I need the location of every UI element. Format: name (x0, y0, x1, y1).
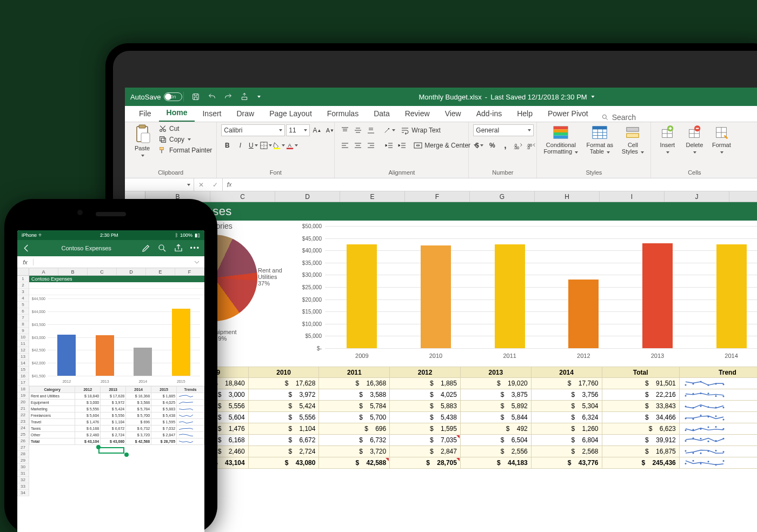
column-header[interactable]: B (58, 268, 88, 275)
format-painter-button[interactable]: Format Painter (158, 146, 212, 155)
touch-mode-icon[interactable] (240, 92, 249, 101)
tab-file[interactable]: File (131, 106, 159, 122)
number-format-select[interactable]: General (473, 124, 534, 136)
name-box[interactable] (125, 178, 194, 191)
cell-styles-button[interactable]: Cell Styles (619, 124, 646, 155)
conditional-formatting-button[interactable]: Conditional Formatting (541, 124, 580, 155)
phone-fx-expand-icon[interactable] (189, 259, 204, 265)
fx-label[interactable]: fx (223, 178, 236, 191)
fill-color-button[interactable] (273, 139, 285, 151)
column-header[interactable]: J (665, 191, 729, 202)
tab-help[interactable]: Help (509, 106, 540, 122)
phone-doc-title[interactable]: Contoso Expenses (62, 245, 111, 251)
expenses-table[interactable]: 200920102011201220132014TotalTrendUtilit… (125, 367, 757, 469)
increase-decimal-icon[interactable]: .0.00 (512, 139, 524, 151)
insert-cells-button[interactable]: Insert (655, 124, 679, 155)
phone-expenses-table[interactable]: Category2012201320142015TrendsRent and U… (29, 386, 204, 445)
borders-button[interactable] (260, 139, 272, 151)
merge-center-button[interactable]: Merge & Center (414, 141, 477, 150)
share-icon[interactable] (174, 243, 183, 253)
bar[interactable] (347, 244, 377, 348)
decrease-indent-icon[interactable] (383, 139, 395, 151)
search-icon[interactable] (157, 243, 167, 253)
worksheet[interactable]: Contoso Expenses Categories Other7% Taxe… (125, 202, 757, 469)
paste-button[interactable]: Paste (129, 124, 155, 158)
formula-input[interactable] (236, 178, 757, 191)
bar[interactable] (421, 245, 451, 348)
tell-me-search[interactable]: Search (601, 113, 636, 122)
copy-button[interactable]: Copy (158, 135, 212, 144)
column-header[interactable]: F (405, 191, 470, 202)
align-left-icon[interactable] (339, 139, 351, 151)
column-header[interactable]: D (117, 268, 146, 275)
autosave-toggle[interactable]: AutoSave On (130, 92, 176, 101)
format-as-table-button[interactable]: Format as Table (583, 124, 616, 155)
phone-sheet-title[interactable]: Contoso Expenses (29, 276, 204, 282)
align-right-icon[interactable] (365, 139, 377, 151)
bold-button[interactable]: B (221, 139, 233, 151)
decrease-decimal-icon[interactable]: .00.0 (525, 139, 537, 151)
accounting-format-icon[interactable]: $ (473, 139, 485, 151)
format-cells-button[interactable]: Format (709, 124, 733, 155)
bar-chart[interactable]: $-$5,000$10,000$15,000$20,000$25,000$30,… (303, 221, 757, 367)
tab-add-ins[interactable]: Add-ins (469, 106, 509, 122)
decrease-font-icon[interactable]: A▼ (324, 124, 336, 136)
bar[interactable] (642, 243, 673, 348)
back-icon[interactable] (22, 243, 31, 253)
column-header[interactable]: G (470, 191, 535, 202)
align-center-icon[interactable] (352, 139, 364, 151)
undo-icon[interactable] (208, 92, 216, 101)
tab-insert[interactable]: Insert (195, 106, 229, 122)
cut-button[interactable]: Cut (158, 124, 212, 133)
bar[interactable] (568, 280, 599, 348)
column-header[interactable]: A (29, 268, 58, 275)
autosave-switch[interactable] (164, 92, 182, 101)
tab-draw[interactable]: Draw (229, 106, 262, 122)
font-size-select[interactable]: 11 (286, 124, 310, 136)
sheet-title-cell[interactable]: Contoso Expenses (125, 202, 757, 221)
comma-format-icon[interactable]: , (499, 139, 511, 151)
percent-format-icon[interactable]: % (486, 139, 498, 151)
bar[interactable] (716, 244, 747, 348)
tab-power-pivot[interactable]: Power Pivot (540, 106, 596, 122)
tab-review[interactable]: Review (397, 106, 437, 122)
tab-data[interactable]: Data (366, 106, 397, 122)
align-bottom-icon[interactable] (365, 124, 377, 136)
bluetooth-icon: ᛒ (175, 232, 178, 238)
italic-button[interactable]: I (234, 139, 246, 151)
tab-page-layout[interactable]: Page Layout (262, 106, 320, 122)
bar[interactable] (495, 244, 525, 348)
phone-formula-bar[interactable]: fx (17, 256, 204, 268)
underline-button[interactable]: U (247, 139, 259, 151)
column-header[interactable]: E (146, 268, 175, 275)
column-header[interactable]: D (275, 191, 340, 202)
font-color-button[interactable]: A (286, 139, 298, 151)
tab-formulas[interactable]: Formulas (320, 106, 366, 122)
column-header[interactable]: C (88, 268, 117, 275)
save-icon[interactable] (191, 92, 200, 101)
qat-customize-icon[interactable] (257, 96, 261, 98)
phone-bar-chart[interactable]: $44,500$44,000$43,500$43,000$42,500$42,0… (29, 295, 204, 386)
orientation-icon[interactable] (383, 124, 395, 136)
phone-worksheet[interactable]: 1234567891011121314151617181920212223242… (17, 276, 204, 496)
enter-formula-icon[interactable]: ✓ (208, 181, 222, 189)
align-top-icon[interactable] (339, 124, 351, 136)
more-icon[interactable]: ••• (190, 244, 200, 252)
tab-view[interactable]: View (437, 106, 469, 122)
column-header[interactable]: E (340, 191, 405, 202)
align-middle-icon[interactable] (352, 124, 364, 136)
cancel-formula-icon[interactable]: ✕ (194, 181, 208, 189)
column-header[interactable]: H (535, 191, 600, 202)
increase-indent-icon[interactable] (396, 139, 408, 151)
font-name-select[interactable]: Calibri (221, 124, 285, 136)
column-header[interactable]: F (175, 268, 204, 275)
draw-icon[interactable] (141, 243, 151, 253)
document-title[interactable]: Monthly Budget.xlsx - Last Saved 12/1/20… (419, 93, 594, 101)
column-header[interactable]: C (210, 191, 275, 202)
redo-icon[interactable] (224, 92, 233, 101)
wrap-text-button[interactable]: Wrap Text (401, 126, 441, 135)
increase-font-icon[interactable]: A▲ (311, 124, 323, 136)
column-header[interactable]: I (600, 191, 665, 202)
delete-cells-button[interactable]: Delete (682, 124, 706, 155)
tab-home[interactable]: Home (159, 105, 195, 122)
